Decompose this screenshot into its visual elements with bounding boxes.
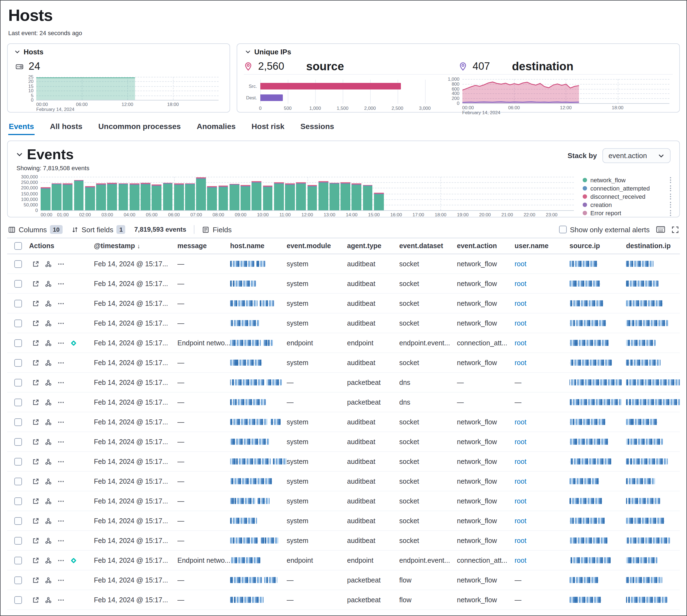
row-checkbox[interactable] — [14, 458, 22, 465]
external-alerts-checkbox[interactable] — [559, 226, 567, 233]
user-name-link[interactable]: root — [515, 319, 527, 327]
column-header-timestamp[interactable]: @timestamp↓ — [94, 242, 177, 250]
user-name-link[interactable]: root — [515, 517, 527, 525]
expand-event-button[interactable] — [32, 339, 40, 347]
sort-fields-button[interactable]: Sort fields 1 — [71, 225, 126, 234]
row-checkbox[interactable] — [14, 398, 22, 406]
more-actions-button[interactable] — [57, 300, 65, 307]
legend-options-icon[interactable] — [669, 201, 672, 208]
more-actions-button[interactable] — [57, 260, 65, 268]
user-name-link[interactable]: root — [515, 537, 527, 544]
keyboard-shortcuts-icon[interactable] — [656, 226, 665, 233]
stack-by-select[interactable]: event.action — [602, 148, 670, 163]
row-checkbox[interactable] — [14, 339, 22, 347]
analyze-event-button[interactable] — [44, 260, 52, 268]
expand-event-button[interactable] — [32, 497, 40, 505]
user-name-link[interactable]: root — [515, 300, 527, 307]
user-name-link[interactable]: root — [515, 458, 527, 465]
expand-event-button[interactable] — [32, 398, 40, 406]
column-header-eventdataset[interactable]: event.dataset — [399, 242, 457, 250]
more-actions-button[interactable] — [57, 497, 65, 505]
fullscreen-icon[interactable] — [672, 226, 679, 233]
row-checkbox[interactable] — [14, 556, 22, 564]
legend-item-network_flow[interactable]: network_flow — [583, 176, 672, 184]
more-actions-button[interactable] — [57, 319, 65, 327]
more-actions-button[interactable] — [57, 477, 65, 485]
user-name-link[interactable]: root — [515, 260, 527, 268]
row-checkbox[interactable] — [14, 280, 22, 287]
column-header-sourceip[interactable]: source.ip — [570, 242, 626, 250]
column-header-username[interactable]: user.name — [515, 242, 570, 250]
legend-item-file-delete-archived-[interactable]: File Delete archived ( — [583, 217, 672, 217]
row-checkbox[interactable] — [14, 576, 22, 584]
row-checkbox[interactable] — [14, 438, 22, 445]
user-name-link[interactable]: root — [515, 339, 527, 347]
user-name-link[interactable]: root — [515, 280, 527, 287]
more-actions-button[interactable] — [57, 438, 65, 445]
row-checkbox[interactable] — [14, 596, 22, 604]
analyze-event-button[interactable] — [44, 556, 52, 564]
more-actions-button[interactable] — [57, 458, 65, 465]
column-header-eventmodule[interactable]: event.module — [287, 242, 347, 250]
row-checkbox[interactable] — [14, 260, 22, 268]
expand-event-button[interactable] — [32, 458, 40, 465]
tab-sessions[interactable]: Sessions — [300, 121, 335, 135]
row-checkbox[interactable] — [14, 477, 22, 485]
column-header-hostname[interactable]: host.name — [230, 242, 287, 250]
more-actions-button[interactable] — [57, 517, 65, 525]
legend-options-icon[interactable] — [669, 210, 672, 216]
more-actions-button[interactable] — [57, 359, 65, 367]
more-actions-button[interactable] — [57, 280, 65, 287]
analyze-event-button[interactable] — [44, 438, 52, 445]
user-name-link[interactable]: root — [515, 556, 527, 564]
expand-event-button[interactable] — [32, 359, 40, 367]
user-name-link[interactable]: root — [515, 477, 527, 485]
row-checkbox[interactable] — [14, 497, 22, 505]
expand-event-button[interactable] — [32, 319, 40, 327]
columns-button[interactable]: Columns 10 — [8, 225, 62, 234]
tab-uncommon-processes[interactable]: Uncommon processes — [98, 121, 181, 135]
analyze-event-button[interactable] — [44, 300, 52, 307]
legend-item-error-report[interactable]: Error report — [583, 208, 672, 217]
expand-event-button[interactable] — [32, 556, 40, 564]
analyze-event-button[interactable] — [44, 458, 52, 465]
more-actions-button[interactable] — [57, 418, 65, 426]
analyze-event-button[interactable] — [44, 378, 52, 386]
user-name-link[interactable]: root — [515, 359, 527, 367]
column-header-message[interactable]: message — [177, 242, 230, 250]
expand-event-button[interactable] — [32, 418, 40, 426]
expand-event-button[interactable] — [32, 300, 40, 307]
tab-host-risk[interactable]: Host risk — [251, 121, 285, 135]
analyze-event-button[interactable] — [44, 576, 52, 584]
analyze-event-button[interactable] — [44, 418, 52, 426]
analyze-event-button[interactable] — [44, 280, 52, 287]
chevron-down-icon[interactable] — [15, 151, 23, 158]
legend-options-icon[interactable] — [669, 185, 672, 191]
expand-event-button[interactable] — [32, 576, 40, 584]
expand-event-button[interactable] — [32, 517, 40, 525]
column-header-agenttype[interactable]: agent.type — [347, 242, 399, 250]
tab-events[interactable]: Events — [8, 121, 35, 135]
row-checkbox[interactable] — [14, 537, 22, 544]
row-checkbox[interactable] — [14, 300, 22, 307]
tab-all-hosts[interactable]: All hosts — [49, 121, 83, 135]
analyze-event-button[interactable] — [44, 359, 52, 367]
column-header-actions[interactable]: Actions — [29, 242, 94, 250]
more-actions-button[interactable] — [57, 339, 65, 347]
legend-item-creation[interactable]: creation — [583, 200, 672, 208]
analyze-event-button[interactable] — [44, 398, 52, 406]
analyze-event-button[interactable] — [44, 596, 52, 604]
more-actions-button[interactable] — [57, 596, 65, 604]
legend-options-icon[interactable] — [669, 193, 672, 200]
row-checkbox[interactable] — [14, 517, 22, 525]
expand-event-button[interactable] — [32, 438, 40, 445]
user-name-link[interactable]: root — [515, 438, 527, 445]
more-actions-button[interactable] — [57, 576, 65, 584]
user-name-link[interactable]: root — [515, 418, 527, 426]
row-checkbox[interactable] — [14, 378, 22, 386]
expand-event-button[interactable] — [32, 596, 40, 604]
analyze-event-button[interactable] — [44, 339, 52, 347]
show-external-alerts-toggle[interactable]: Show only external alerts — [559, 225, 650, 234]
analyze-event-button[interactable] — [44, 517, 52, 525]
analyze-event-button[interactable] — [44, 497, 52, 505]
